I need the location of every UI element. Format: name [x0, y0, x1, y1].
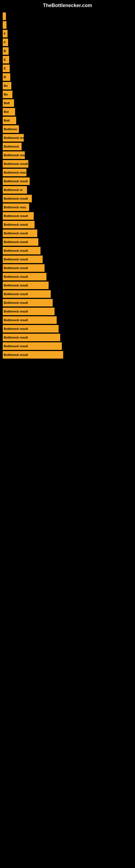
bar-row: Bottleneck result — [0, 160, 135, 167]
bar-item: Bot — [3, 108, 15, 116]
bar-label: Bottleneck result — [4, 344, 28, 348]
bar-label: Bott — [4, 101, 10, 105]
bar-item: Bottleneck result — [3, 177, 30, 185]
bar-item: Bo — [3, 91, 12, 98]
bar-item: Bottleneck result — [3, 342, 62, 350]
bar-row: Bottleneck result — [0, 290, 135, 298]
bar-row: Bottleneck resu — [0, 151, 135, 159]
bar-row: Bottleneck result — [0, 325, 135, 333]
bar-row: Bottleneck res — [0, 134, 135, 142]
bar-row: Bo — [0, 82, 135, 90]
bar-label: Bottleneck result — [4, 292, 28, 296]
bar-label: Bottleneck result — [4, 231, 28, 235]
bar-item: Bottlenec — [3, 125, 19, 133]
bar-row: Bo — [0, 91, 135, 98]
bar-label: Bottleneck result — [4, 162, 28, 165]
bar-row: Bottleneck result — [0, 282, 135, 289]
bar-row: Bottlenec — [0, 125, 135, 133]
bar-item: Bottleneck result — [3, 325, 58, 333]
bar-row: Bottleneck resu — [0, 169, 135, 176]
bar-item: Bottleneck result — [3, 351, 63, 359]
bar-label: Bottleneck result — [4, 267, 28, 270]
bar-item: Bottleneck result — [3, 255, 43, 263]
bar-item: Bottleneck result — [3, 160, 28, 167]
bar-item: Bottleneck resu — [3, 204, 29, 211]
bar-item: Bott — [3, 99, 14, 107]
bar-label: Bottleneck result — [4, 327, 28, 330]
bar-item: Bottleneck result — [3, 282, 49, 289]
bar-item: Bo — [3, 82, 11, 90]
bar-row — [0, 12, 135, 20]
bar-label: Bo — [4, 84, 8, 87]
bar-label: Bottleneck resu — [4, 171, 26, 174]
bar-row: Bottleneck result — [0, 238, 135, 246]
bar-label: Bot — [4, 110, 9, 113]
bars-container: FFBEEBBoBoBottBotBottBottlenecBottleneck… — [0, 10, 135, 362]
bar-label: Bottleneck result — [4, 180, 28, 183]
bar-label: Bottlenec — [4, 127, 17, 131]
bar-row: Bottleneck result — [0, 255, 135, 263]
bar-row: Bottleneck — [0, 143, 135, 150]
bar-label: Bottleneck result — [4, 310, 28, 313]
bar-row: Bottleneck result — [0, 273, 135, 280]
bar-item: Bottleneck resu — [3, 169, 27, 176]
bar-label: Bottleneck resu — [4, 206, 26, 209]
bar-row: F — [0, 38, 135, 46]
bar-label: Bottleneck result — [4, 353, 28, 356]
bar-row: E — [0, 65, 135, 72]
bar-row: Bottleneck result — [0, 264, 135, 272]
bar-row: E — [0, 56, 135, 63]
bar-label: Bottleneck result — [4, 258, 28, 261]
bar-item: Bottleneck result — [3, 273, 46, 280]
bar-item: Bottleneck res — [3, 134, 24, 142]
bar-row: Bott — [0, 117, 135, 124]
bar-label: Bottleneck result — [4, 197, 28, 200]
bar-label: Bottleneck result — [4, 275, 28, 278]
bar-row: Bottleneck result — [0, 351, 135, 359]
bar-row: Bottleneck result — [0, 334, 135, 341]
bar-label: F — [4, 32, 6, 35]
bar-item: Bottleneck resu — [3, 151, 25, 159]
bar-row: B — [0, 47, 135, 55]
bar-row: Bottleneck result — [0, 247, 135, 254]
bar-label: Bott — [4, 119, 10, 122]
bar-item: E — [3, 56, 9, 63]
bar-item: Bottleneck result — [3, 308, 54, 315]
bar-row: F — [0, 30, 135, 37]
bar-row: Bottleneck result — [0, 299, 135, 307]
bar-item: F — [3, 30, 8, 37]
bar-label: Bo — [4, 93, 8, 96]
bar-label: Bottleneck re — [4, 188, 23, 191]
bar-row: B — [0, 73, 135, 81]
bar-item: Bottleneck result — [3, 212, 34, 220]
bar-row: Bottleneck result — [0, 195, 135, 203]
bar-label: E — [4, 58, 6, 61]
bar-item: E — [3, 65, 10, 72]
bar-item — [3, 21, 6, 29]
bar-label: Bottleneck res — [4, 136, 24, 140]
bar-row: Bottleneck result — [0, 316, 135, 324]
bar-label: B — [4, 75, 6, 79]
bar-item: Bottleneck result — [3, 221, 35, 228]
bar-label: Bottleneck result — [4, 240, 28, 244]
bar-item: Bottleneck result — [3, 229, 37, 237]
bar-item — [3, 12, 6, 20]
bar-item: Bott — [3, 117, 16, 124]
bar-item: B — [3, 47, 9, 55]
bar-label: Bottleneck result — [4, 301, 28, 304]
bar-item: Bottleneck result — [3, 195, 32, 203]
bar-label: E — [4, 67, 6, 70]
bar-row — [0, 21, 135, 29]
site-title: TheBottlenecker.com — [0, 0, 135, 10]
bar-item: Bottleneck result — [3, 290, 51, 298]
bar-item: Bottleneck result — [3, 238, 38, 246]
bar-item: Bottleneck result — [3, 334, 60, 341]
bar-label: Bottleneck result — [4, 249, 28, 252]
bar-item: F — [3, 38, 8, 46]
bar-label: Bottleneck result — [4, 223, 28, 226]
bar-item: Bottleneck result — [3, 247, 41, 254]
bar-row: Bottleneck re — [0, 186, 135, 194]
bar-item: Bottleneck re — [3, 186, 27, 194]
bar-item: Bottleneck — [3, 143, 21, 150]
bar-label: Bottleneck result — [4, 214, 28, 218]
